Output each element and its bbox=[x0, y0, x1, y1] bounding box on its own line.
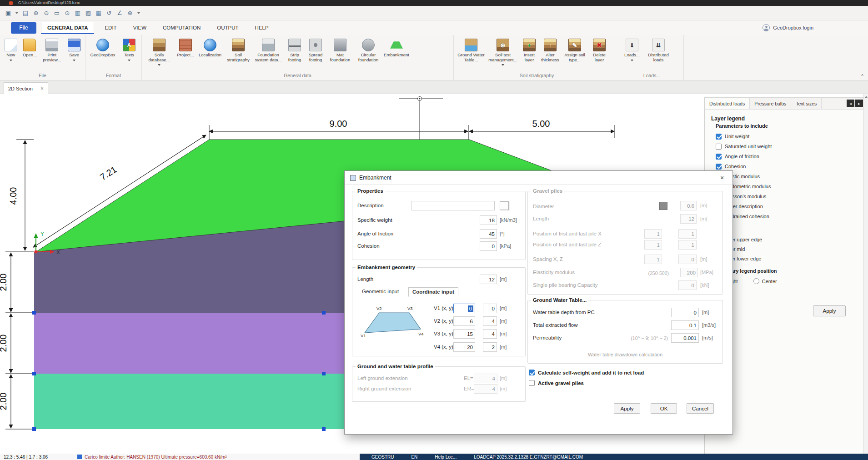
layer-handle[interactable] bbox=[322, 372, 326, 375]
radio-icon[interactable] bbox=[753, 278, 759, 284]
v3-y-input[interactable]: 4 bbox=[483, 329, 497, 339]
option-layer-mid[interactable]: Layer mid bbox=[714, 246, 863, 252]
panel-apply-button[interactable]: Apply bbox=[813, 305, 846, 316]
v3-x-input[interactable]: 15 bbox=[453, 329, 475, 339]
v2-y-input[interactable]: 4 bbox=[483, 316, 497, 326]
param-unit-weight[interactable]: Unit weight bbox=[716, 133, 863, 140]
cohesion-input[interactable]: 0 bbox=[480, 241, 497, 251]
param-poissons-modulus[interactable]: Poisson's modulus bbox=[716, 193, 863, 200]
tab-text-sizes[interactable]: Text sizes bbox=[791, 98, 822, 109]
mat-foundation-button[interactable]: Mat foundation bbox=[326, 38, 354, 63]
dialog-titlebar[interactable]: Embankment × bbox=[345, 171, 733, 185]
checkbox-icon[interactable] bbox=[716, 154, 722, 160]
texts-button[interactable]: A Texts bbox=[119, 38, 139, 62]
description-browse-button[interactable] bbox=[500, 201, 509, 210]
apply-button[interactable]: Apply bbox=[614, 403, 640, 414]
zoom-fit-icon[interactable]: ▭ bbox=[52, 9, 61, 18]
description-input[interactable] bbox=[411, 201, 495, 210]
loads-button[interactable]: ⇓ Loads... bbox=[622, 38, 642, 62]
option-center[interactable]: Center bbox=[753, 278, 777, 284]
language-label[interactable]: EN bbox=[411, 455, 417, 460]
layer-handle[interactable] bbox=[32, 311, 36, 315]
v4-x-input[interactable]: 20 bbox=[453, 342, 475, 352]
soil-stratigraphy-button[interactable]: Soil stratigraphy bbox=[225, 38, 252, 63]
zoom-in-icon[interactable]: ⊕ bbox=[31, 9, 40, 18]
param-undrained-cohesion[interactable]: Undrained cohesion bbox=[716, 213, 863, 220]
collapse-ribbon-icon[interactable]: ^ bbox=[861, 74, 863, 79]
checkbox-icon[interactable] bbox=[716, 164, 722, 170]
layer-handle[interactable] bbox=[322, 311, 326, 315]
zoom-out-icon[interactable]: ⊖ bbox=[42, 9, 51, 18]
undo-icon[interactable]: ↺ bbox=[105, 9, 114, 18]
close-tab-icon[interactable]: × bbox=[40, 86, 44, 91]
option-layer-lower-edge[interactable]: Layer lower edge bbox=[714, 255, 863, 261]
v4-y-input[interactable]: 2 bbox=[483, 342, 497, 352]
open-button[interactable]: Open... bbox=[21, 38, 39, 59]
delete-layer-button[interactable]: ✖ Delete layer bbox=[589, 38, 609, 63]
save-icon[interactable]: ▣ bbox=[4, 9, 13, 18]
tab-output[interactable]: OUTPUT bbox=[211, 22, 244, 33]
dropdown-caret-icon[interactable] bbox=[137, 12, 140, 14]
save-button[interactable]: Save bbox=[65, 38, 83, 62]
soils-database-button[interactable]: Soils database... bbox=[144, 38, 175, 67]
vertical-scrollbar[interactable] bbox=[863, 94, 868, 454]
specific-weight-input[interactable]: 18 bbox=[480, 215, 497, 225]
tab-pressure-bulbs[interactable]: Pressure bulbs bbox=[750, 98, 791, 109]
v1-x-input[interactable]: 0 bbox=[453, 304, 475, 313]
active-gravel-piles-checkbox[interactable]: Active gravel piles bbox=[529, 380, 584, 386]
geodropbox-button[interactable]: GeoDropBox bbox=[87, 38, 118, 59]
water-depth-input[interactable]: 0 bbox=[671, 308, 699, 317]
help-link[interactable]: Help Loc... bbox=[435, 455, 457, 460]
tab-2d-section[interactable]: 2D Section × bbox=[4, 82, 48, 94]
checkbox-icon[interactable] bbox=[529, 380, 535, 386]
option-layer-upper-edge[interactable]: Layer upper edge bbox=[714, 236, 863, 242]
tab-geometric-input[interactable]: Geometric input bbox=[358, 287, 402, 297]
settings-icon[interactable]: ⊛ bbox=[125, 9, 135, 18]
flow-input[interactable]: 0.1 bbox=[671, 320, 699, 330]
self-weight-checkbox[interactable]: Calculate self-weight and add it to net … bbox=[529, 370, 644, 375]
new-button[interactable]: New bbox=[2, 38, 20, 62]
checkbox-icon[interactable] bbox=[716, 134, 722, 140]
localization-button[interactable]: Localization bbox=[196, 38, 224, 59]
origin-point[interactable] bbox=[35, 250, 38, 254]
param-layer-description[interactable]: Layer description bbox=[716, 203, 863, 210]
length-input[interactable]: 12 bbox=[480, 275, 497, 284]
tab-distributed-loads[interactable]: Distributed loads bbox=[705, 98, 750, 109]
strip-footing-button[interactable]: Strip footing bbox=[285, 38, 305, 63]
distributed-loads-button[interactable]: ⇊ Distributed loads bbox=[643, 38, 674, 63]
project-button[interactable]: Project... bbox=[176, 38, 196, 59]
dropdown-caret-icon[interactable] bbox=[15, 12, 18, 14]
friction-input[interactable]: 45 bbox=[480, 229, 497, 239]
pile-color-swatch[interactable] bbox=[659, 202, 667, 210]
layer-handle[interactable] bbox=[32, 372, 36, 375]
insert-layer-button[interactable]: + Insert layer bbox=[519, 38, 539, 63]
param-elastic-modulus[interactable]: Elastic modulus bbox=[716, 173, 863, 180]
layer-handle[interactable] bbox=[32, 427, 36, 431]
chart-icon[interactable]: ▥ bbox=[73, 9, 82, 18]
drawing-canvas[interactable]: 9.00 5.00 7.21 4.00 2.00 2.00 2.00 bbox=[0, 94, 868, 454]
checkbox-icon[interactable] bbox=[529, 370, 535, 375]
v2-x-input[interactable]: 6 bbox=[453, 316, 475, 326]
param-cohesion[interactable]: Cohesion bbox=[716, 163, 863, 170]
tab-coordinate-input[interactable]: Coordinate input bbox=[408, 287, 458, 297]
geodropbox-login[interactable]: GeoDropbox login bbox=[763, 24, 813, 31]
cancel-button[interactable]: Cancel bbox=[687, 403, 714, 414]
ground-water-table-button[interactable]: Ground Water Table... bbox=[456, 38, 487, 63]
permeability-input[interactable]: 0.001 bbox=[671, 333, 699, 343]
assign-soil-type-button[interactable]: ✎ Assign soil type... bbox=[561, 38, 588, 63]
grid-icon[interactable]: ▦ bbox=[94, 9, 103, 18]
tab-scroll-right-icon[interactable]: ▸ bbox=[855, 100, 863, 107]
layers-icon[interactable]: ▨ bbox=[84, 9, 93, 18]
param-oedometric-modulus[interactable]: Oedometric modulus bbox=[716, 183, 863, 190]
tab-view[interactable]: VIEW bbox=[127, 22, 152, 33]
tab-help[interactable]: HELP bbox=[249, 22, 275, 33]
print-preview-button[interactable]: Print preview... bbox=[40, 38, 64, 63]
foundation-system-data-button[interactable]: Foundation system data... bbox=[253, 38, 284, 63]
drawdown-calculation-link[interactable]: Water table drawdown calculation bbox=[527, 352, 723, 357]
circular-foundation-button[interactable]: Circular foundation bbox=[355, 38, 382, 63]
tab-edit[interactable]: EDIT bbox=[99, 22, 122, 33]
tab-scroll-left-icon[interactable]: ◂ bbox=[847, 100, 854, 107]
v1-y-input[interactable]: 0 bbox=[483, 304, 497, 313]
param-angle-of-friction[interactable]: Angle of friction bbox=[716, 153, 863, 160]
measure-angle-icon[interactable]: ∠ bbox=[115, 9, 124, 18]
